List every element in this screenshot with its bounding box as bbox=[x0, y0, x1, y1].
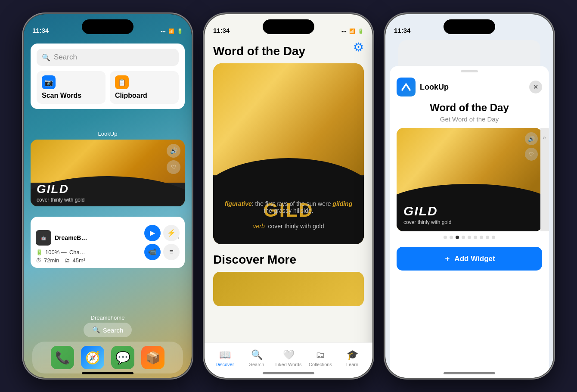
word-title-1: GILD bbox=[37, 182, 163, 196]
wifi-icon: 📶 bbox=[168, 28, 174, 34]
word-type-large: verb cover thinly with gold bbox=[223, 223, 354, 230]
dot-4 bbox=[462, 236, 465, 239]
mini-card-buttons: 🔊 ♡ bbox=[525, 132, 538, 161]
search-icon-small: 🔍 bbox=[92, 326, 100, 334]
bolt-button[interactable]: ⚡ bbox=[163, 225, 180, 241]
mini-card-text: GILD cover thinly with gold bbox=[403, 204, 535, 225]
dock-area: Dreamehome 🔍 Search 📞 🧭 💬 📦 bbox=[24, 314, 192, 378]
word-type-em: verb bbox=[253, 223, 265, 230]
nav-discover[interactable]: 📖 Discover bbox=[209, 349, 241, 367]
sheet-title: Word of the Day bbox=[390, 102, 549, 115]
section-title-2: Word of the Day bbox=[205, 40, 372, 63]
time-1: 11:34 bbox=[32, 27, 49, 34]
heart-button[interactable]: ♡ bbox=[167, 160, 180, 174]
dreamhome-search[interactable]: 🔍 Search bbox=[24, 323, 192, 337]
dynamic-island-2 bbox=[263, 19, 314, 34]
status-icons-2: ▪▪▪ 📶 🔋 bbox=[341, 28, 364, 34]
mini-word-def: cover thinly with gold bbox=[403, 219, 535, 225]
gilding-highlight: gilding bbox=[332, 200, 352, 207]
home-indicator-2 bbox=[263, 372, 314, 374]
search-nav-label: Search bbox=[249, 362, 264, 367]
collections-nav-icon: 🗂 bbox=[316, 349, 325, 361]
time-2: 11:34 bbox=[213, 27, 230, 34]
figurative-label: figurative bbox=[225, 200, 252, 207]
status-icons-1: ▪▪▪ 📶 🔋 bbox=[161, 28, 183, 34]
widget-sheet: LookUp ✕ Word of the Day Get Word of the… bbox=[390, 66, 549, 378]
nav-liked[interactable]: 🤍 Liked Words bbox=[273, 349, 304, 367]
mini-card-container: GILD cover thinly with gold 🔊 ♡ c bbox=[390, 128, 549, 231]
dot-5 bbox=[468, 236, 471, 239]
nav-search[interactable]: 🔍 Search bbox=[241, 349, 273, 367]
wifi-icon-2: 📶 bbox=[349, 28, 355, 34]
add-widget-icon: ＋ bbox=[444, 254, 451, 264]
right-peek: c bbox=[540, 128, 549, 231]
clipboard-action[interactable]: 📋 Clipboard bbox=[110, 71, 179, 104]
list-button[interactable]: ≡ bbox=[163, 244, 180, 260]
word-card-1[interactable]: GILD cover thinly with gold 🔊 ♡ bbox=[31, 140, 185, 206]
search-nav-icon: 🔍 bbox=[251, 349, 263, 361]
dot-7 bbox=[480, 236, 483, 239]
close-button[interactable]: ✕ bbox=[529, 81, 542, 93]
lookup-widget: LookUp GILD cover thinly with gold 🔊 ♡ bbox=[31, 131, 185, 206]
sheet-app-name: LookUp bbox=[420, 83, 525, 92]
charge-value: Cha… bbox=[69, 249, 85, 255]
dock: 📞 🧭 💬 📦 bbox=[32, 342, 183, 373]
dock-messages-icon[interactable]: 💬 bbox=[111, 346, 134, 369]
dynamic-island-1 bbox=[82, 19, 133, 34]
phone-2: 11:34 ▪▪▪ 📶 🔋 ⚙ Word of the Day GILD ver… bbox=[205, 14, 372, 378]
word-quote: figurative: the first rays of the sun we… bbox=[223, 200, 354, 214]
play-button[interactable]: ▶ bbox=[144, 225, 161, 241]
lookup-app-icon bbox=[397, 78, 416, 96]
dot-3 bbox=[456, 236, 459, 239]
home-indicator-3 bbox=[444, 372, 495, 374]
liked-nav-icon: 🤍 bbox=[283, 349, 295, 361]
discover-card[interactable] bbox=[213, 272, 364, 306]
sheet-header: LookUp ✕ bbox=[390, 72, 549, 102]
mini-heart-button[interactable]: ♡ bbox=[525, 148, 538, 161]
dock-apps-icon[interactable]: 📦 bbox=[141, 346, 164, 369]
add-widget-button[interactable]: ＋ Add Widget bbox=[397, 247, 542, 271]
time-3: 11:34 bbox=[394, 27, 410, 34]
gear-button[interactable]: ⚙ bbox=[353, 40, 364, 54]
dreamhome-search-label: Search bbox=[103, 327, 124, 334]
dreambot-widget: LookUp 🤖 DreameB… › 🔋 100% — Cha… ⏱ 72mi… bbox=[31, 217, 185, 268]
scan-words-label: Scan Words bbox=[42, 92, 100, 100]
nav-collections[interactable]: 🗂 Collections bbox=[304, 349, 336, 367]
liked-nav-label: Liked Words bbox=[276, 362, 302, 367]
lookup-widget-header: LookUp bbox=[31, 131, 185, 137]
dock-safari-icon[interactable]: 🧭 bbox=[81, 346, 104, 369]
card-buttons: 🔊 ♡ bbox=[167, 144, 180, 174]
clock-icon: ⏱ bbox=[36, 257, 41, 264]
camera-button[interactable]: 📹 bbox=[144, 244, 161, 260]
dynamic-island-3 bbox=[444, 19, 495, 34]
mini-word-card[interactable]: GILD cover thinly with gold 🔊 ♡ bbox=[397, 128, 542, 231]
dot-1 bbox=[444, 236, 447, 239]
mini-word-title: GILD bbox=[403, 204, 535, 218]
area-value: 45m² bbox=[72, 257, 85, 264]
word-card-large[interactable]: GILD verb cover thinly with gold figurat… bbox=[213, 63, 364, 244]
time-value: 72min bbox=[44, 257, 59, 264]
signal-icon: ▪▪▪ bbox=[161, 29, 166, 34]
dreamhome-search-button[interactable]: 🔍 Search bbox=[84, 323, 132, 337]
signal-icon-2: ▪▪▪ bbox=[341, 29, 347, 34]
page-dots bbox=[390, 231, 549, 243]
mini-sound-button[interactable]: 🔊 bbox=[525, 132, 538, 145]
nav-learn[interactable]: 🎓 Learn bbox=[336, 349, 368, 367]
scan-words-action[interactable]: 📷 Scan Words bbox=[37, 71, 105, 104]
sound-button[interactable]: 🔊 bbox=[167, 144, 180, 158]
search-icon: 🔍 bbox=[42, 53, 50, 62]
search-placeholder: Search bbox=[54, 53, 77, 62]
dot-9 bbox=[492, 236, 495, 239]
dock-phone-icon[interactable]: 📞 bbox=[51, 346, 74, 369]
battery-stat-icon: 🔋 bbox=[36, 249, 43, 255]
search-bar[interactable]: 🔍 Search bbox=[37, 49, 179, 66]
phone-1: 11:34 ▪▪▪ 📶 🔋 🔍 Search 📷 Scan Words 📋 bbox=[24, 14, 192, 378]
area-icon: 🗂 bbox=[64, 257, 70, 264]
sheet-subtitle: Get Word of the Day bbox=[390, 115, 549, 128]
search-widget[interactable]: 🔍 Search 📷 Scan Words 📋 Clipboard bbox=[31, 44, 185, 109]
dreambot-actions: ▶ ⚡ 📹 ≡ bbox=[144, 225, 180, 260]
clipboard-label: Clipboard bbox=[115, 92, 174, 100]
battery-value: 100% — bbox=[45, 249, 67, 255]
battery-icon-2: 🔋 bbox=[358, 28, 364, 34]
home-indicator-1 bbox=[82, 372, 133, 374]
